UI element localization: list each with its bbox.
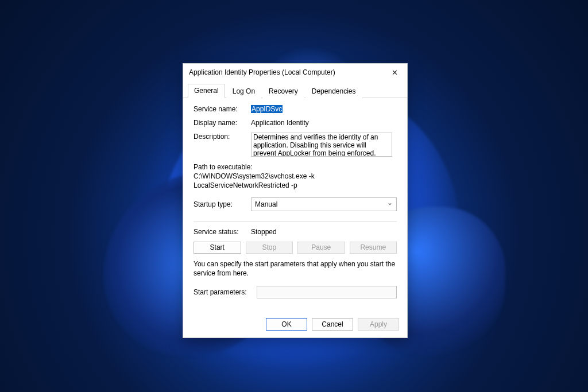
start-parameters-input[interactable] bbox=[257, 286, 397, 298]
service-name-value[interactable]: AppIDSvc bbox=[251, 105, 397, 113]
description-textbox[interactable]: Determines and verifies the identity of … bbox=[251, 133, 392, 157]
dialog-titlebar[interactable]: Application Identity Properties (Local C… bbox=[183, 64, 407, 81]
tab-recovery[interactable]: Recovery bbox=[262, 84, 304, 98]
desktop-background: Application Identity Properties (Local C… bbox=[0, 0, 588, 392]
tab-dependencies[interactable]: Dependencies bbox=[305, 84, 362, 98]
tab-general[interactable]: General bbox=[188, 84, 225, 98]
dialog-title: Application Identity Properties (Local C… bbox=[189, 68, 335, 76]
start-parameters-hint: You can specify the start parameters tha… bbox=[194, 259, 397, 278]
service-control-buttons: Start Stop Pause Resume bbox=[194, 242, 397, 254]
display-name-label: Display name: bbox=[194, 119, 251, 127]
service-status-value: Stopped bbox=[251, 228, 397, 236]
ok-button[interactable]: OK bbox=[266, 318, 307, 331]
start-button[interactable]: Start bbox=[194, 242, 241, 254]
close-icon: ✕ bbox=[392, 68, 398, 77]
service-name-label: Service name: bbox=[194, 105, 251, 113]
resume-button[interactable]: Resume bbox=[350, 242, 397, 254]
pause-button[interactable]: Pause bbox=[297, 242, 345, 254]
service-properties-dialog: Application Identity Properties (Local C… bbox=[183, 63, 408, 338]
start-parameters-label: Start parameters: bbox=[194, 288, 257, 296]
display-name-value: Application Identity bbox=[251, 119, 397, 127]
apply-button[interactable]: Apply bbox=[358, 318, 399, 331]
section-divider bbox=[194, 222, 397, 222]
tab-strip: General Log On Recovery Dependencies bbox=[183, 81, 407, 98]
tab-log-on[interactable]: Log On bbox=[226, 84, 261, 98]
startup-type-value: Manual bbox=[255, 200, 277, 208]
close-button[interactable]: ✕ bbox=[385, 65, 404, 79]
cancel-button[interactable]: Cancel bbox=[312, 318, 353, 331]
path-value: C:\WINDOWS\system32\svchost.exe -k Local… bbox=[194, 172, 397, 190]
service-status-label: Service status: bbox=[194, 228, 251, 236]
startup-type-select[interactable]: Manual bbox=[251, 197, 397, 211]
stop-button[interactable]: Stop bbox=[246, 242, 293, 254]
tab-panel-general: Service name: AppIDSvc Display name: App… bbox=[183, 98, 407, 312]
startup-type-label: Startup type: bbox=[194, 200, 251, 208]
dialog-footer: OK Cancel Apply bbox=[183, 312, 407, 337]
path-label: Path to executable: bbox=[194, 162, 397, 172]
description-label: Description: bbox=[194, 133, 251, 141]
